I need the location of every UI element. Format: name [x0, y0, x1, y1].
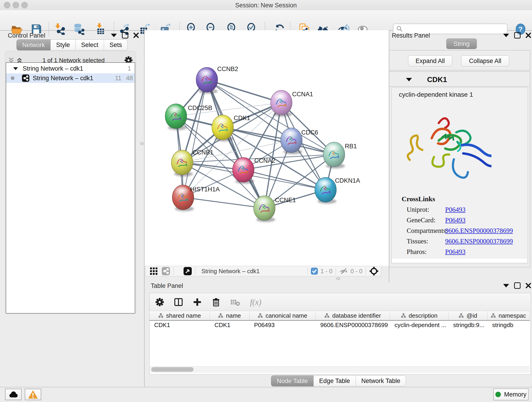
network-node-CCNB1[interactable]: [171, 150, 193, 177]
table-hscrollbar-track[interactable]: [150, 366, 530, 373]
tree-expander-icon[interactable]: [13, 67, 18, 70]
crosslink-row: Uniprot:P06493: [407, 204, 528, 215]
column-header-canonical-name[interactable]: canonical name: [249, 311, 316, 320]
function-builder-button[interactable]: f(x): [250, 297, 261, 307]
panel-close-icon[interactable]: [133, 32, 139, 38]
panel-menu-icon[interactable]: [503, 284, 509, 287]
add-column-icon[interactable]: [174, 298, 183, 307]
network-node-CCNE1[interactable]: [254, 196, 275, 222]
tab-sets[interactable]: Sets: [104, 39, 128, 51]
tab-string[interactable]: String: [446, 38, 477, 49]
panel-close-icon[interactable]: [526, 32, 531, 38]
network-edge[interactable]: [207, 80, 281, 103]
warning-button[interactable]: [25, 389, 41, 400]
selected-checkbox-icon[interactable]: [311, 268, 318, 274]
network-edge[interactable]: [243, 170, 326, 190]
column-header-database-identifier[interactable]: database identifier: [316, 311, 390, 320]
expand-all-button[interactable]: Expand All: [408, 56, 452, 66]
tab-select[interactable]: Select: [75, 39, 104, 51]
current-network-dot-icon: [11, 76, 14, 80]
table-cell[interactable]: P06493: [249, 321, 316, 329]
network-edge[interactable]: [183, 197, 264, 208]
network-node-CCNA2[interactable]: [233, 157, 254, 184]
splitter-handle[interactable]: [336, 277, 340, 280]
node-label-CCNB2: CCNB2: [217, 65, 238, 72]
crosslink-link[interactable]: P06493: [445, 206, 466, 213]
panel-close-icon[interactable]: [526, 283, 531, 288]
table-hscrollbar-thumb[interactable]: [151, 367, 194, 372]
network-node-CDKN1A[interactable]: [315, 177, 336, 204]
network-graph[interactable]: CCNB2CCNA1CDC25BCDK1CDC6RB1CCNB1CCNA2CDK…: [145, 30, 389, 266]
table-cell[interactable]: stringdb:9...: [449, 321, 488, 329]
birds-eye-view-icon[interactable]: [183, 267, 192, 275]
table-cell[interactable]: stringdb: [488, 321, 530, 329]
results-panel-controls: [503, 32, 531, 38]
column-header-name[interactable]: name: [210, 311, 249, 320]
control-panel-title: Control Panel: [8, 32, 45, 39]
panel-float-icon[interactable]: [122, 32, 128, 38]
crosslink-link[interactable]: P06493: [445, 216, 466, 224]
results-scrollbar-track[interactable]: [392, 259, 527, 262]
column-header-description[interactable]: description: [390, 311, 449, 320]
network-node-CDK1[interactable]: [212, 115, 234, 141]
panel-menu-icon[interactable]: [503, 34, 509, 37]
svg-text:?: ?: [519, 25, 523, 33]
table-gear-icon[interactable]: [155, 298, 164, 307]
network-canvas[interactable]: CCNB2CCNA1CDC25BCDK1CDC6RB1CCNB1CCNA2CDK…: [145, 30, 389, 266]
network-collection-row[interactable]: String Network – cdk1 1: [6, 64, 135, 73]
panel-menu-icon[interactable]: [111, 34, 117, 37]
protein-description: cyclin-dependent kinase 1: [399, 91, 528, 98]
import-network-file-button[interactable]: [54, 23, 65, 35]
splitter-handle[interactable]: [140, 142, 144, 145]
network-node-CDC25B[interactable]: [165, 104, 187, 130]
network-node-RB1[interactable]: [323, 142, 345, 168]
tab-network-table[interactable]: Network Table: [355, 375, 406, 386]
table-cell[interactable]: CDK1: [210, 321, 249, 329]
crosslink-label: GeneCard:: [407, 216, 445, 224]
network-edge-count: 48: [126, 75, 133, 82]
node-label-CDKN1A: CDKN1A: [335, 177, 360, 184]
network-view-icon[interactable]: [162, 267, 170, 275]
network-node-CDC6[interactable]: [281, 128, 302, 154]
tab-node-table[interactable]: Node Table: [271, 375, 314, 386]
panel-float-icon[interactable]: [514, 32, 520, 38]
panel-float-icon[interactable]: [514, 282, 520, 289]
section-expander-icon[interactable]: [406, 78, 412, 81]
network-node-CCNB2[interactable]: [196, 67, 218, 94]
add-row-icon[interactable]: [193, 298, 202, 307]
column-header-@id[interactable]: @id: [449, 311, 488, 320]
memory-button[interactable]: Memory: [493, 389, 529, 400]
tab-edge-table[interactable]: Edge Table: [313, 375, 356, 386]
tab-style[interactable]: Style: [51, 39, 76, 51]
search-input[interactable]: [403, 25, 500, 33]
column-header-namespac[interactable]: namespac: [488, 311, 530, 320]
cloud-button[interactable]: [5, 389, 22, 400]
column-header-label: database identifier: [332, 312, 381, 319]
delete-table-icon[interactable]: [230, 298, 240, 307]
import-network-database-button[interactable]: [73, 23, 85, 35]
network-tree: String Network – cdk1 1 String Network –…: [6, 62, 135, 313]
node-label-CDC25B: CDC25B: [188, 104, 212, 111]
crosshair-icon[interactable]: [369, 266, 379, 276]
collapse-all-button[interactable]: Collapse All: [461, 56, 509, 66]
grid-view-icon[interactable]: [150, 267, 158, 275]
protein-section-header[interactable]: CDK1: [389, 73, 529, 87]
tab-network[interactable]: Network: [17, 39, 51, 51]
import-table-button[interactable]: [94, 23, 106, 35]
table-cell[interactable]: CDK1: [150, 321, 210, 329]
control-panel-controls: [111, 32, 139, 38]
network-row-selected[interactable]: String Network – cdk1 11 48: [6, 73, 135, 83]
crosslink-link[interactable]: P06493: [445, 248, 466, 255]
delete-trash-icon[interactable]: [211, 298, 221, 307]
crosslink-label: Uniprot:: [407, 206, 445, 213]
crosslink-link[interactable]: 9606.ENSP00000378699: [445, 227, 513, 235]
crosslink-link[interactable]: 9606.ENSP00000378699: [445, 237, 513, 245]
column-header-shared-name[interactable]: shared name: [150, 311, 210, 320]
network-node-CCNA1[interactable]: [271, 90, 292, 117]
app-statusbar: [0, 387, 532, 402]
table-cell[interactable]: cyclin-dependent ...: [390, 321, 449, 329]
table-cell[interactable]: 9606.ENSP00000378699: [316, 321, 390, 329]
statusbar-separator: [336, 267, 336, 275]
node-label-CCNA1: CCNA1: [292, 91, 313, 98]
table-row[interactable]: CDK1CDK1P064939606.ENSP00000378699cyclin…: [150, 321, 530, 329]
